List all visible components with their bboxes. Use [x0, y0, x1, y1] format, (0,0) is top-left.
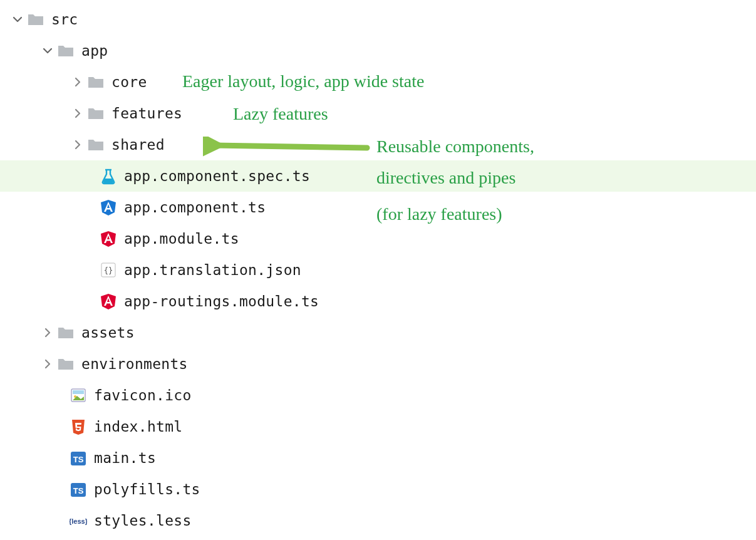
tree-label: app.translation.json — [124, 262, 301, 278]
tree-row-index-html[interactable]: index.html — [0, 411, 756, 442]
tree-row-src[interactable]: src — [0, 4, 756, 35]
angular-icon — [99, 229, 118, 248]
annotation-shared-line2: directives and pipes — [376, 165, 515, 190]
folder-icon — [86, 135, 105, 154]
flask-icon — [99, 167, 118, 185]
tree-row-favicon[interactable]: favicon.ico — [0, 380, 756, 411]
folder-icon — [26, 10, 45, 29]
tree-row-app[interactable]: app — [0, 35, 756, 66]
tree-label: src — [51, 11, 78, 28]
annotation-features: Lazy features — [233, 101, 328, 126]
annotation-shared-line3: (for lazy features) — [376, 202, 502, 226]
tree-row-styles-less[interactable]: styles.less — [0, 505, 756, 536]
tree-row-app-module[interactable]: app.module.ts — [0, 223, 756, 254]
chevron-right-icon[interactable] — [69, 75, 86, 89]
tree-label: styles.less — [94, 512, 192, 529]
chevron-right-icon[interactable] — [39, 357, 56, 371]
tree-label: shared — [111, 137, 165, 153]
folder-icon — [86, 73, 105, 91]
tree-label: environments — [81, 356, 188, 372]
folder-icon — [56, 355, 75, 373]
tree-row-features[interactable]: features — [0, 98, 756, 129]
tree-label: index.html — [94, 418, 182, 435]
angular-icon — [99, 198, 118, 217]
html5-icon — [69, 417, 88, 436]
typescript-icon — [69, 480, 88, 499]
chevron-right-icon[interactable] — [39, 326, 56, 340]
tree-label: app.component.spec.ts — [124, 168, 310, 184]
chevron-right-icon[interactable] — [69, 106, 86, 120]
tree-label: polyfills.ts — [94, 481, 200, 497]
folder-icon — [56, 41, 75, 60]
tree-label: app — [81, 43, 108, 59]
annotation-core: Eager layout, logic, app wide state — [182, 69, 424, 93]
tree-label: favicon.ico — [94, 387, 192, 403]
tree-label: main.ts — [94, 450, 156, 466]
tree-label: app.module.ts — [124, 231, 239, 247]
tree-label: app-routings.module.ts — [124, 293, 319, 309]
chevron-right-icon[interactable] — [69, 138, 86, 152]
tree-label: assets — [81, 325, 135, 341]
image-icon — [69, 386, 88, 405]
json-icon — [99, 261, 118, 279]
typescript-icon — [69, 449, 88, 467]
folder-icon — [86, 104, 105, 123]
tree-row-main-ts[interactable]: main.ts — [0, 442, 756, 474]
tree-row-app-translation[interactable]: app.translation.json — [0, 254, 756, 286]
less-icon — [69, 511, 88, 530]
folder-icon — [56, 323, 75, 342]
annotation-shared-line1: Reusable components, — [376, 134, 534, 158]
tree-label: features — [111, 105, 182, 122]
tree-row-assets[interactable]: assets — [0, 317, 756, 348]
tree-row-app-routings[interactable]: app-routings.module.ts — [0, 286, 756, 317]
tree-row-environments[interactable]: environments — [0, 348, 756, 380]
tree-label: app.component.ts — [124, 199, 266, 215]
tree-row-polyfills[interactable]: polyfills.ts — [0, 474, 756, 505]
chevron-down-icon[interactable] — [9, 13, 26, 26]
angular-icon — [99, 292, 118, 311]
tree-label: core — [111, 74, 147, 90]
chevron-down-icon[interactable] — [39, 44, 56, 58]
